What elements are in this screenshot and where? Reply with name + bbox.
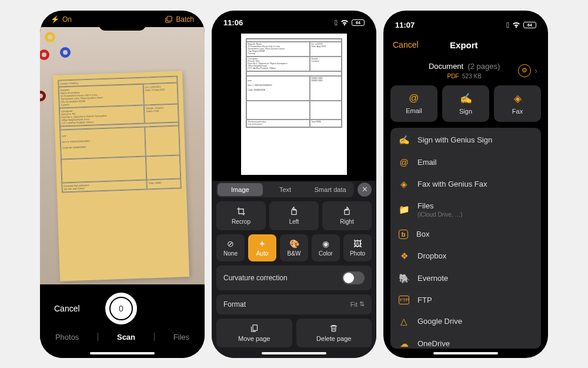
quick-fax[interactable]: ◈ Fax [494, 85, 541, 122]
export-item-email[interactable]: @Email [390, 151, 541, 173]
copy-icon [250, 324, 259, 333]
export-item-ftp[interactable]: FTPFTP [390, 290, 541, 310]
export-item-label: Google Drive [417, 317, 533, 326]
export-item-label: OneDrive [417, 339, 533, 348]
notch [442, 18, 489, 31]
camera-preview[interactable]: Invoice / Packing ExporterName of compan… [40, 27, 205, 284]
gear-icon: ⚙ [522, 67, 527, 74]
export-item-label: Dropbox [417, 251, 533, 260]
curvature-toggle[interactable] [342, 271, 365, 284]
page-thumbnail: Exporter Name15 Somewhere House Unit 4 C… [241, 34, 347, 175]
none-icon: ⊘ [227, 239, 234, 248]
at-icon: @ [409, 92, 419, 104]
service-icon: ✍ [399, 135, 409, 145]
quick-email[interactable]: @ Email [390, 85, 437, 122]
phone-edit: 11:06 􀙇 64 Exporter Name15 Somewhere Hou… [212, 11, 376, 358]
export-item-onedrive[interactable]: ☁OneDrive [390, 333, 541, 349]
doc-size: 523 KB [462, 73, 482, 79]
filter-none[interactable]: ⊘ None [216, 234, 245, 261]
notch [99, 18, 146, 31]
notch [270, 18, 318, 31]
filter-color[interactable]: ◉ Color [312, 234, 340, 261]
service-icon: 🐘 [399, 273, 409, 284]
rotate-right-button[interactable]: Right [322, 201, 372, 230]
delete-page-button[interactable]: Delete page [296, 319, 372, 347]
chevron-updown-icon: ⇅ [359, 300, 365, 308]
separator [98, 333, 98, 341]
export-item-files[interactable]: 📁Files(iCloud Drive, …) [390, 195, 541, 224]
trash-icon [329, 324, 338, 333]
rotate-right-icon [342, 207, 352, 216]
export-item-label: Evernote [417, 274, 533, 283]
home-indicator[interactable] [433, 352, 498, 354]
flash-label: On [62, 15, 72, 24]
service-icon: ◈ [399, 179, 409, 190]
cancel-button[interactable]: Cancel [393, 40, 419, 49]
fax-icon: ◈ [514, 92, 522, 105]
export-item-box[interactable]: bBox [390, 224, 541, 245]
photo-icon: 🖼 [353, 239, 362, 248]
service-icon: 📁 [399, 204, 409, 215]
format-row[interactable]: Format Fit ⇅ [216, 294, 372, 314]
color-icon: ◉ [322, 239, 329, 248]
service-icon: ☁ [399, 339, 409, 349]
quick-sign[interactable]: ✍ Sign [442, 85, 489, 122]
close-button[interactable]: ✕ [358, 183, 372, 197]
crop-icon [236, 207, 246, 216]
segment-image[interactable]: Image [218, 183, 263, 196]
move-page-button[interactable]: Move page [216, 319, 292, 347]
shutter-button[interactable]: 0 [105, 293, 137, 324]
export-item-google-drive[interactable]: △Google Drive [390, 310, 541, 333]
document-info-row[interactable]: Document (2 pages) PDF 523 KB ⚙ › [383, 55, 548, 85]
home-indicator[interactable] [90, 352, 155, 354]
export-item-evernote[interactable]: 🐘Evernote [390, 267, 541, 290]
separator [154, 333, 155, 341]
phone-scan: ⚡ On Batch Invoice / Packing ExporterNam… [40, 11, 205, 358]
doc-name: Document [429, 62, 463, 71]
rotate-left-button[interactable]: Left [269, 201, 319, 230]
export-item-label: FTP [417, 296, 533, 304]
wifi-icon [340, 19, 349, 26]
wifi-icon [512, 22, 520, 28]
page-title: Export [450, 40, 478, 50]
segment-smart-data[interactable]: Smart data [308, 183, 353, 196]
svg-rect-0 [167, 16, 172, 21]
export-item-sublabel: (iCloud Drive, …) [417, 211, 533, 218]
home-indicator[interactable] [262, 352, 326, 354]
format-label: Format [223, 300, 246, 309]
filter-photo[interactable]: 🖼 Photo [343, 234, 372, 261]
chevron-right-icon: › [534, 66, 537, 75]
battery-icon: 64 [352, 19, 365, 26]
flash-toggle[interactable]: ⚡ On [51, 15, 72, 24]
curvature-row: Curvature correction [216, 266, 372, 290]
export-item-fax-with-genius-fax[interactable]: ◈Fax with Genius Fax [390, 173, 541, 195]
phone-export: 11:07 􀙇 64 Cancel Export Document (2 pag… [383, 11, 548, 358]
recrop-button[interactable]: Recrop [216, 201, 266, 230]
service-icon: ❖ [399, 251, 409, 261]
svg-rect-3 [253, 324, 258, 330]
export-item-sign-with-genius-sign[interactable]: ✍Sign with Genius Sign [390, 129, 541, 151]
tab-files[interactable]: Files [173, 333, 189, 342]
curvature-label: Curvature correction [223, 274, 288, 282]
scene-object [45, 32, 55, 42]
export-item-label: Box [416, 230, 533, 238]
batch-toggle[interactable]: Batch [165, 15, 194, 24]
batch-icon [165, 15, 173, 24]
status-right: 􀙇 64 [506, 21, 536, 29]
signal-icon: 􀙇 [335, 18, 338, 27]
export-item-label: Email [417, 158, 533, 167]
filter-bw[interactable]: 🎨 B&W [280, 234, 308, 261]
shutter-count: 0 [119, 304, 123, 313]
export-destinations[interactable]: ✍Sign with Genius Sign@Email◈Fax with Ge… [390, 128, 541, 349]
tab-photos[interactable]: Photos [55, 333, 79, 342]
scene-object [40, 49, 49, 60]
tab-scan[interactable]: Scan [117, 333, 135, 342]
segment-text[interactable]: Text [263, 183, 308, 196]
magic-icon: ✦ [259, 239, 266, 248]
settings-button[interactable]: ⚙ [518, 64, 531, 77]
cancel-button[interactable]: Cancel [54, 304, 80, 313]
filter-auto[interactable]: ✦ Auto [248, 234, 276, 261]
document-preview[interactable]: Exporter Name15 Somewhere House Unit 4 C… [212, 30, 376, 181]
export-item-dropbox[interactable]: ❖Dropbox [390, 245, 541, 267]
service-icon: b [399, 230, 408, 239]
